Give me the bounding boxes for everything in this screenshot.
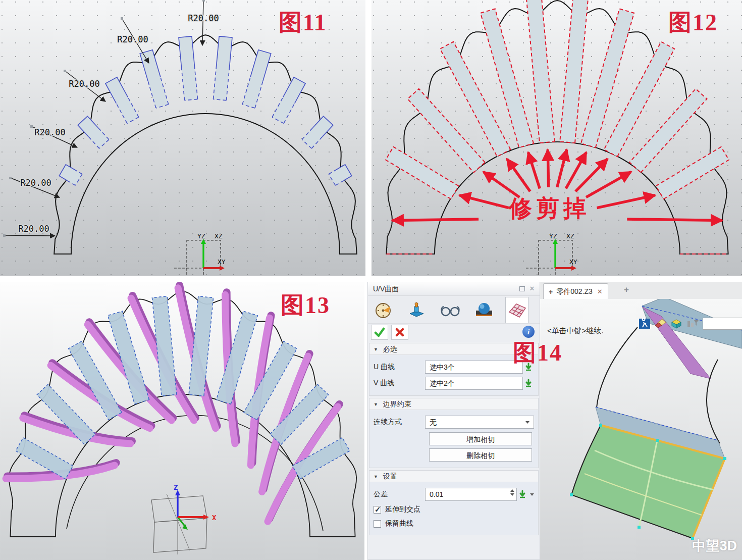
dimension-label: R20.00 — [117, 34, 148, 44]
sphere-icon[interactable] — [473, 299, 495, 321]
stamp-icon[interactable] — [405, 299, 428, 321]
figure-label-11: 图11 — [279, 11, 327, 34]
spin-down-icon[interactable] — [510, 493, 514, 496]
section-boundary-title: 边界约束 — [383, 400, 411, 408]
info-icon[interactable]: i — [522, 326, 535, 338]
svg-text:XZ: XZ — [566, 232, 574, 240]
glasses-icon[interactable] — [439, 299, 461, 321]
eraser-icon[interactable] — [654, 318, 666, 329]
collapse-icon: ▼ — [374, 347, 378, 352]
trim-arrow — [392, 219, 479, 221]
extend-checkbox[interactable] — [374, 506, 381, 514]
section-boundary-header[interactable]: ▼ 边界约束 — [369, 398, 538, 410]
dimension-grip — [9, 177, 12, 179]
tab-close-icon[interactable]: ✕ — [597, 288, 603, 295]
section-settings-header[interactable]: ▼ 设置 — [369, 471, 538, 482]
u-curves-label: U 曲线 — [374, 363, 425, 372]
gauge-icon[interactable] — [372, 299, 394, 321]
dimension-grip — [30, 125, 33, 128]
wire-curve-right — [707, 360, 720, 443]
uv-surface-dialog: U/V曲面 ✕ — [367, 282, 540, 560]
dialog-title: U/V曲面 — [373, 285, 399, 293]
remove-tangent-button[interactable]: 删除相切 — [429, 448, 532, 462]
figure-label-12: 图12 — [668, 11, 718, 34]
section-required-title: 必选 — [383, 345, 397, 353]
status-prompt: <单击中键>继续. — [547, 326, 604, 336]
dimension-grip — [121, 17, 123, 20]
continuity-select[interactable]: 无 — [425, 416, 534, 429]
continuity-label: 连续方式 — [374, 418, 425, 427]
dimension-label: R20.00 — [69, 79, 99, 89]
v-curves-label: V 曲线 — [374, 379, 425, 388]
dialog-icon-toolbar — [368, 296, 540, 324]
uv-mesh-icon[interactable] — [505, 297, 528, 323]
svg-text:YZ: YZ — [197, 232, 205, 240]
continuity-value: 无 — [430, 418, 437, 426]
keep-curves-checkbox[interactable] — [374, 520, 381, 528]
spin-up-icon[interactable] — [510, 489, 514, 492]
viewport-mini-toolbar — [639, 317, 742, 330]
fig12-sketch-canvas: YZXZXY — [372, 0, 742, 276]
wire-curve-left — [597, 327, 638, 408]
dimension-label: R20.00 — [188, 13, 219, 23]
v-curves-pick-icon[interactable] — [523, 379, 534, 388]
svg-text:X: X — [212, 514, 217, 522]
v-curves-input[interactable]: 选中2个 — [425, 377, 523, 390]
tolerance-pick-icon[interactable] — [517, 490, 528, 499]
figure-label-14: 图14 — [513, 341, 562, 365]
svg-text:YZ: YZ — [549, 232, 557, 240]
view-filter-input[interactable] — [703, 318, 742, 330]
restore-icon[interactable] — [517, 284, 526, 293]
figure-label-13: 图13 — [281, 294, 330, 317]
section-settings-title: 设置 — [383, 472, 397, 480]
filter-icon[interactable] — [686, 318, 699, 329]
walkthrough-icon[interactable] — [639, 318, 650, 330]
dialog-titlebar[interactable]: U/V曲面 ✕ — [368, 282, 540, 296]
tolerance-value: 0.01 — [430, 490, 443, 498]
shaded-view-fig13[interactable]: ZX 图13 — [0, 282, 364, 560]
brand-watermark: 中望3D — [692, 537, 737, 555]
close-icon[interactable]: ✕ — [527, 284, 537, 293]
dimension-grip — [64, 70, 66, 72]
dimension-grip — [3, 234, 6, 237]
sketch-view-fig12[interactable]: YZXZXY 图12 修剪掉 — [372, 0, 742, 276]
material-box-icon[interactable] — [670, 318, 682, 329]
tolerance-input[interactable]: 0.01 — [425, 488, 517, 501]
section-settings: ▼ 设置 公差 0.01 延伸到交点 — [369, 470, 539, 535]
dimension-grip — [202, 0, 205, 2]
chevron-down-icon — [525, 421, 529, 424]
collapse-icon: ▼ — [374, 474, 378, 479]
svg-text:Z: Z — [174, 483, 178, 491]
cancel-button[interactable] — [391, 325, 408, 340]
extend-checkbox-label: 延伸到交点 — [385, 505, 420, 514]
keep-curves-checkbox-label: 保留曲线 — [385, 519, 413, 528]
modeling-viewport[interactable]: + 零件002.Z3 ✕ + — [540, 282, 742, 560]
dimension-label: R20.00 — [20, 178, 51, 188]
sketch-view-fig11[interactable]: R20.00R20.00R20.00R20.00R20.00R20.00YZXZ… — [0, 0, 365, 276]
trim-annotation: 修剪掉 — [509, 193, 591, 224]
section-boundary: ▼ 边界约束 连续方式 无 增加相切 删除相切 — [369, 398, 539, 468]
fig11-sketch-canvas: R20.00R20.00R20.00R20.00R20.00R20.00YZXZ… — [0, 0, 365, 276]
viewport-3d-area[interactable]: <单击中键>继续. 中望3D — [540, 299, 742, 560]
svg-text:XY: XY — [569, 258, 577, 266]
viewport-3d-canvas — [540, 299, 742, 560]
dialog-action-row: i — [368, 324, 540, 341]
u-curves-input[interactable]: 选中3个 — [425, 361, 523, 374]
document-tab[interactable]: + 零件002.Z3 ✕ — [543, 283, 608, 299]
tolerance-label: 公差 — [374, 490, 425, 499]
tab-doc-icon: + — [549, 288, 553, 296]
tolerance-options-icon[interactable] — [530, 493, 534, 496]
dimension-label: R20.00 — [18, 224, 49, 234]
svg-text:XZ: XZ — [215, 232, 223, 240]
collapse-icon: ▼ — [374, 402, 378, 407]
tab-title: 零件002.Z3 — [556, 287, 593, 296]
document-tabbar: + 零件002.Z3 ✕ + — [540, 282, 742, 299]
new-tab-button[interactable]: + — [624, 285, 629, 295]
spinner-buttons[interactable] — [510, 489, 514, 496]
trim-arrow — [627, 219, 722, 221]
screenshot-root: R20.00R20.00R20.00R20.00R20.00R20.00YZXZ… — [0, 0, 742, 560]
fig13-3d-canvas: ZX — [0, 282, 364, 560]
trim-arrow — [548, 149, 549, 187]
ok-button[interactable] — [371, 325, 388, 340]
add-tangent-button[interactable]: 增加相切 — [429, 432, 532, 445]
